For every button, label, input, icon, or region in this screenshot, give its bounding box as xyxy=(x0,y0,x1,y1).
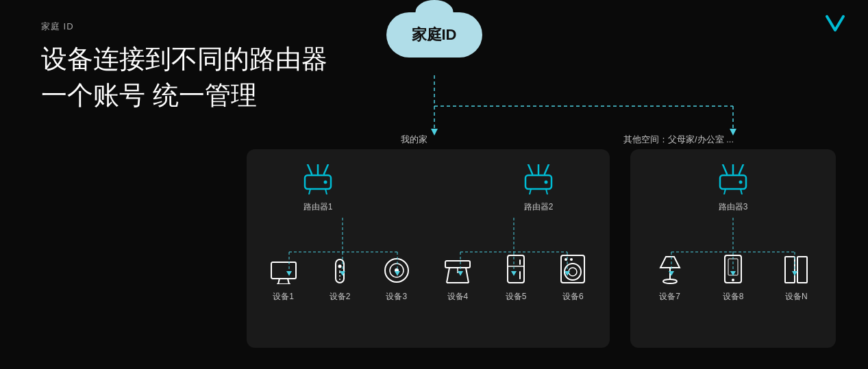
device-5-label: 设备5 xyxy=(506,291,527,303)
svg-line-69 xyxy=(723,164,727,174)
brand-logo xyxy=(824,12,846,34)
svg-line-28 xyxy=(528,164,532,174)
svg-point-80 xyxy=(732,279,734,281)
svg-line-71 xyxy=(739,164,743,174)
my-home-panel: 路由器1 路由器2 设 xyxy=(247,149,610,348)
router-3-label: 路由器3 xyxy=(719,201,748,213)
device-2-label: 设备2 xyxy=(330,291,351,303)
router-2-label: 路由器2 xyxy=(524,201,554,213)
svg-marker-76 xyxy=(660,257,680,268)
fridge-icon xyxy=(505,254,527,284)
page-subtitle: 家庭 ID xyxy=(41,21,74,33)
svg-rect-35 xyxy=(271,262,296,279)
device-4: 设备4 xyxy=(443,259,473,303)
device-7: 设备7 xyxy=(658,254,682,303)
my-home-label: 我的家 xyxy=(401,133,427,146)
svg-line-30 xyxy=(545,164,549,174)
device-1-label: 设备1 xyxy=(273,291,294,303)
router-icon xyxy=(299,164,336,194)
device-n-label: 设备N xyxy=(785,291,808,303)
svg-line-49 xyxy=(466,268,469,283)
device-8-label: 设备8 xyxy=(723,291,744,303)
router-2-icon xyxy=(520,164,557,194)
device-7-label: 设备7 xyxy=(659,291,680,303)
cloud-badge: 家庭ID xyxy=(386,12,482,58)
device-6: 设备6 xyxy=(559,254,586,303)
washer-icon xyxy=(559,254,586,284)
device-2: 设备2 xyxy=(330,258,351,303)
svg-rect-81 xyxy=(728,259,738,275)
other-space-panel: 路由器3 设备7 设备8 xyxy=(630,149,836,348)
device-6-label: 设备6 xyxy=(562,291,584,303)
svg-rect-52 xyxy=(508,255,524,283)
svg-point-75 xyxy=(739,181,743,184)
router-2: 路由器2 xyxy=(520,164,557,213)
svg-point-78 xyxy=(663,279,677,283)
svg-point-40 xyxy=(338,265,342,268)
device-5: 设备5 xyxy=(505,254,527,303)
svg-point-60 xyxy=(570,258,573,261)
vacuum-icon xyxy=(383,257,410,284)
svg-rect-47 xyxy=(445,261,470,268)
device-4-label: 设备4 xyxy=(447,291,469,303)
router-3-icon xyxy=(715,164,752,194)
svg-line-21 xyxy=(308,164,312,174)
speaker-icon xyxy=(332,258,347,284)
device-n: 设备N xyxy=(784,254,808,303)
router-1: 路由器1 xyxy=(299,164,336,213)
svg-line-37 xyxy=(288,279,289,284)
router-1-label: 路由器1 xyxy=(303,201,333,213)
svg-point-59 xyxy=(565,258,567,261)
device-3: 设备3 xyxy=(383,257,410,303)
device-1: 设备1 xyxy=(270,261,297,303)
cloud-container: 家庭ID xyxy=(386,12,482,58)
svg-line-23 xyxy=(324,164,328,174)
device-3-label: 设备3 xyxy=(386,291,407,303)
tv-icon xyxy=(270,261,297,284)
svg-point-27 xyxy=(324,181,327,184)
door-icon xyxy=(784,254,808,284)
svg-rect-83 xyxy=(797,257,807,283)
svg-rect-82 xyxy=(785,257,795,283)
main-heading: 设备连接到不同的路由器 一个账号 统一管理 xyxy=(41,41,327,114)
svg-point-34 xyxy=(545,181,548,184)
device-8: 设备8 xyxy=(723,254,744,303)
hood-icon xyxy=(443,259,473,284)
lamp-icon xyxy=(658,254,682,284)
tablet-icon xyxy=(723,254,743,284)
svg-line-48 xyxy=(447,268,449,283)
router-3: 路由器3 xyxy=(715,164,752,213)
svg-point-58 xyxy=(569,268,577,276)
other-space-label: 其他空间：父母家/办公室 ... xyxy=(623,133,734,146)
svg-line-36 xyxy=(278,279,280,284)
svg-marker-3 xyxy=(431,129,438,136)
svg-point-46 xyxy=(395,268,399,272)
svg-point-57 xyxy=(565,264,581,280)
